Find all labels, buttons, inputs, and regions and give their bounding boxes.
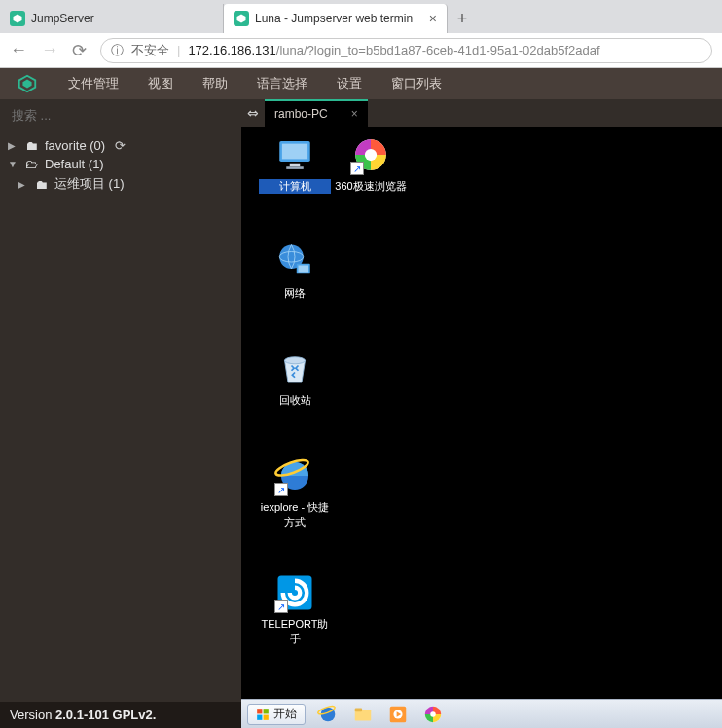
- svg-marker-3: [22, 79, 31, 88]
- desktop-icon-recycle[interactable]: 回收站: [259, 348, 331, 408]
- desktop-icon-network[interactable]: 网络: [259, 241, 331, 301]
- chevron-right-icon: ▶: [18, 179, 29, 190]
- version-footer: Version 2.0.1-101 GPLv2.: [0, 702, 241, 728]
- menu-windows[interactable]: 窗口列表: [391, 75, 442, 92]
- folder-open-icon: 🗁: [25, 157, 39, 171]
- url-box[interactable]: ⓘ 不安全 | 172.16.186.131/luna/?login_to=b5…: [100, 38, 712, 63]
- tab-title: JumpServer: [31, 12, 213, 25]
- svg-rect-6: [290, 164, 301, 167]
- icon-label: iexplore - 快捷方式: [259, 500, 331, 529]
- reload-button[interactable]: ⟳: [72, 40, 87, 61]
- start-label: 开始: [273, 706, 297, 722]
- computer-icon: [274, 134, 315, 175]
- menu-file[interactable]: 文件管理: [68, 75, 119, 92]
- tree-label: favorite (0): [45, 138, 105, 153]
- session-tab[interactable]: rambo-PC ×: [265, 99, 368, 127]
- version-text: 2.0.1-101 GPLv2.: [55, 708, 156, 722]
- refresh-icon[interactable]: ⟳: [115, 138, 126, 153]
- desktop-icon-ie[interactable]: ↗ iexplore - 快捷方式: [259, 455, 331, 529]
- tree-label: Default (1): [45, 157, 104, 171]
- content-area: ⇔ rambo-PC × 计算机 ↗: [241, 99, 722, 728]
- windows-taskbar: 开始: [241, 699, 722, 728]
- shortcut-arrow-icon: ↗: [350, 162, 364, 175]
- session-tab-bar: ⇔ rambo-PC ×: [241, 99, 722, 127]
- back-button[interactable]: ←: [10, 40, 27, 60]
- new-tab-button[interactable]: +: [448, 4, 477, 33]
- teleport-icon: ↗: [274, 572, 315, 613]
- search-input[interactable]: [12, 108, 230, 123]
- insecure-badge: 不安全: [131, 42, 169, 59]
- browser-tab-jumpserver[interactable]: JumpServer: [0, 4, 224, 33]
- start-button[interactable]: 开始: [247, 704, 306, 725]
- url-host: 172.16.186.131: [188, 43, 275, 57]
- menu-language[interactable]: 语言选择: [257, 75, 307, 92]
- icon-label: 计算机: [259, 179, 331, 194]
- tree-project[interactable]: ▶ 🖿 运维项目 (1): [0, 173, 241, 195]
- jumpserver-icon: [10, 11, 25, 26]
- folder-icon: 🖿: [35, 177, 49, 192]
- svg-rect-21: [264, 714, 269, 719]
- menu-help[interactable]: 帮助: [202, 75, 228, 92]
- svg-point-14: [285, 357, 306, 364]
- taskbar-explorer-icon[interactable]: [350, 704, 376, 725]
- close-icon[interactable]: ×: [351, 107, 358, 121]
- browser-tab-luna[interactable]: Luna - Jumpserver web termin ×: [224, 4, 448, 33]
- session-tab-title: rambo-PC: [274, 107, 328, 121]
- address-bar: ← → ⟳ ⓘ 不安全 | 172.16.186.131/luna/?login…: [0, 33, 722, 68]
- svg-rect-20: [257, 714, 262, 719]
- taskbar-ie-icon[interactable]: [315, 704, 341, 725]
- desktop-icon-360[interactable]: ↗ 360极速浏览器: [335, 134, 407, 194]
- browser-360-icon: ↗: [350, 134, 391, 175]
- app-menubar: 文件管理 视图 帮助 语言选择 设置 窗口列表: [0, 68, 722, 99]
- url-path: /luna/?login_to=b5bd1a87-6ceb-41d1-95a1-…: [276, 43, 600, 57]
- taskbar-360-icon[interactable]: [420, 704, 446, 725]
- drag-handle-icon[interactable]: ⇔: [241, 99, 265, 127]
- svg-rect-5: [282, 144, 307, 160]
- svg-rect-25: [355, 708, 362, 711]
- icon-label: 回收站: [259, 393, 331, 408]
- svg-rect-7: [286, 166, 304, 169]
- menu-settings[interactable]: 设置: [337, 75, 362, 92]
- chevron-right-icon: ▶: [8, 140, 19, 151]
- tab-title: Luna - Jumpserver web termin: [255, 12, 423, 25]
- icon-label: 网络: [259, 286, 331, 301]
- menu-view[interactable]: 视图: [148, 75, 173, 92]
- version-prefix: Version: [10, 708, 55, 722]
- taskbar-media-player-icon[interactable]: [385, 704, 411, 725]
- icon-label: 360极速浏览器: [335, 179, 407, 194]
- browser-tab-strip: JumpServer Luna - Jumpserver web termin …: [0, 0, 722, 33]
- tree-favorite[interactable]: ▶ 🖿 favorite (0) ⟳: [0, 136, 241, 155]
- icon-label: TELEPORT助手: [259, 617, 331, 646]
- folder-icon: 🖿: [25, 138, 39, 153]
- network-icon: [274, 241, 315, 282]
- app-logo-icon[interactable]: [16, 72, 39, 95]
- info-icon[interactable]: ⓘ: [111, 42, 124, 59]
- svg-point-30: [430, 711, 436, 717]
- shortcut-arrow-icon: ↗: [274, 600, 288, 613]
- remote-desktop[interactable]: 计算机 ↗ 360极速浏览器 网络: [241, 127, 722, 728]
- recycle-bin-icon: [274, 348, 315, 389]
- svg-point-9: [365, 149, 377, 161]
- svg-rect-19: [264, 709, 269, 713]
- shortcut-arrow-icon: ↗: [274, 483, 288, 496]
- asset-tree: ▶ 🖿 favorite (0) ⟳ ▼ 🗁 Default (1) ▶ 🖿 运…: [0, 130, 241, 702]
- svg-rect-18: [257, 709, 262, 713]
- sidebar-search: [0, 99, 241, 130]
- sidebar: ▶ 🖿 favorite (0) ⟳ ▼ 🗁 Default (1) ▶ 🖿 运…: [0, 99, 241, 728]
- desktop-icon-teleport[interactable]: ↗ TELEPORT助手: [259, 572, 331, 646]
- svg-marker-0: [14, 15, 22, 23]
- jumpserver-icon: [234, 11, 249, 26]
- internet-explorer-icon: ↗: [274, 455, 315, 496]
- desktop-icon-computer[interactable]: 计算机: [259, 134, 331, 194]
- tree-label: 运维项目 (1): [54, 175, 125, 193]
- tree-default[interactable]: ▼ 🗁 Default (1): [0, 155, 241, 173]
- svg-rect-13: [299, 266, 309, 273]
- close-icon[interactable]: ×: [429, 11, 437, 26]
- windows-logo-icon: [256, 708, 270, 721]
- chevron-down-icon: ▼: [8, 159, 19, 169]
- svg-marker-1: [237, 15, 246, 23]
- forward-button[interactable]: →: [41, 40, 58, 60]
